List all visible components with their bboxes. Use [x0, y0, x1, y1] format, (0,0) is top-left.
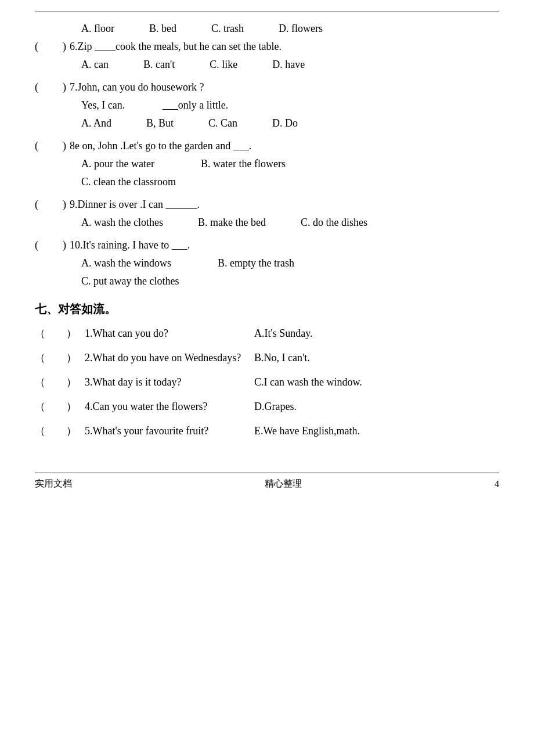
match-item-3: （ ） 3.What day is it today? C.I can wash…: [35, 375, 499, 389]
q9-opt-a: A. wash the clothes: [81, 217, 163, 229]
q7-answer-blank: [42, 81, 59, 93]
match-2-close: ）: [66, 351, 77, 365]
match-4-open: （: [35, 399, 45, 413]
question-7: ( ) 7.John, can you do housework ? Yes, …: [35, 81, 499, 129]
match-4-answer: D.Grapes.: [254, 401, 297, 413]
q9-answer-blank: [42, 199, 59, 211]
q9-opt-c: C. do the dishes: [301, 217, 367, 229]
q7-text: 7.John, can you do housework ?: [70, 81, 204, 93]
q8-close-paren: ): [63, 140, 66, 152]
q6-options: A. can B. can't C. like D. have: [81, 59, 499, 71]
q6-line: ( ) 6.Zip ____cook the meals, but he can…: [35, 41, 499, 53]
match-1-open: （: [35, 326, 45, 340]
match-3-blank: [48, 376, 64, 388]
match-2-open: （: [35, 351, 45, 365]
match-1-close: ）: [66, 326, 77, 340]
match-5-left: （ ） 5.What's your favourite fruit?: [35, 424, 250, 438]
question-8: ( ) 8e on, John .Let's go to the garden …: [35, 140, 499, 188]
q7-opt-d: D. Do: [272, 117, 298, 129]
q8-options: A. pour the water B. water the flowers C…: [81, 158, 499, 188]
option-b-bed: B. bed: [149, 23, 176, 35]
q6-answer-blank: [42, 41, 59, 53]
q7-blank-prefix: ___only a little.: [163, 99, 228, 111]
page-footer: 实用文档 精心整理 4: [35, 473, 499, 490]
q8-opt-a: A. pour the water: [81, 158, 154, 170]
match-1-blank: [48, 327, 64, 340]
q6-opt-c: C. like: [210, 59, 237, 71]
q8-answer-blank: [42, 140, 59, 152]
match-5-question: 5.What's your favourite fruit?: [85, 425, 208, 437]
q10-close-paren: ): [63, 239, 66, 251]
q6-opt-b: B. can't: [143, 59, 175, 71]
match-4-question: 4.Can you water the flowers?: [85, 401, 207, 413]
q6-opt-a: A. can: [81, 59, 109, 71]
q7-subtext: Yes, I can. ___only a little.: [81, 99, 499, 111]
match-5-blank: [48, 425, 64, 437]
option-c-trash: C. trash: [211, 23, 244, 35]
q10-opts-row2: C. put away the clothes: [81, 275, 499, 287]
match-3-left: （ ） 3.What day is it today?: [35, 375, 250, 389]
match-4-left: （ ） 4.Can you water the flowers?: [35, 399, 250, 413]
match-2-question: 2.What do you have on Wednesdays?: [85, 352, 241, 364]
q10-opt-c: C. put away the clothes: [81, 275, 179, 287]
q8-opts-row1: A. pour the water B. water the flowers: [81, 158, 499, 170]
match-4-close: ）: [66, 399, 77, 413]
match-3-open: （: [35, 375, 45, 389]
q9-options: A. wash the clothes B. make the bed C. d…: [81, 217, 499, 229]
q8-opts-row2: C. clean the classroom: [81, 176, 499, 188]
footer-left: 实用文档: [35, 478, 72, 490]
match-section: （ ） 1.What can you do? A.It's Sunday. （ …: [35, 326, 499, 438]
q7-opt-a: A. And: [81, 117, 111, 129]
q7-options: A. And B, But C. Can D. Do: [81, 117, 499, 129]
footer-page-number: 4: [495, 479, 499, 489]
match-2-answer: B.No, I can't.: [254, 352, 310, 364]
q6-opt-d: D. have: [272, 59, 305, 71]
option-d-flowers: D. flowers: [279, 23, 323, 35]
q8-opt-b: B. water the flowers: [201, 158, 286, 170]
q9-close-paren: ): [63, 199, 66, 211]
q8-line: ( ) 8e on, John .Let's go to the garden …: [35, 140, 499, 152]
option-a-floor: A. floor: [81, 23, 114, 35]
q9-opt-b: B. make the bed: [198, 217, 266, 229]
match-3-question: 3.What day is it today?: [85, 376, 181, 388]
q5-options-row: A. floor B. bed C. trash D. flowers: [81, 23, 499, 35]
match-item-5: （ ） 5.What's your favourite fruit? E.We …: [35, 424, 499, 438]
match-5-close: ）: [66, 424, 77, 438]
match-5-answer: E.We have English,math.: [254, 425, 360, 437]
q7-opt-c: C. Can: [208, 117, 237, 129]
match-2-left: （ ） 2.What do you have on Wednesdays?: [35, 351, 250, 365]
q10-opts-row1: A. wash the windows B. empty the trash: [81, 257, 499, 269]
q10-options: A. wash the windows B. empty the trash C…: [81, 257, 499, 287]
q9-line: ( ) 9.Dinner is over .I can ______.: [35, 199, 499, 211]
q6-open-paren: (: [35, 41, 38, 53]
q10-opt-b: B. empty the trash: [218, 257, 294, 269]
match-item-4: （ ） 4.Can you water the flowers? D.Grape…: [35, 399, 499, 413]
section-seven-title: 七、对答如流。: [35, 301, 499, 317]
match-item-2: （ ） 2.What do you have on Wednesdays? B.…: [35, 351, 499, 365]
question-6: ( ) 6.Zip ____cook the meals, but he can…: [35, 41, 499, 71]
match-3-close: ）: [66, 375, 77, 389]
q10-opt-a: A. wash the windows: [81, 257, 171, 269]
match-1-left: （ ） 1.What can you do?: [35, 326, 250, 340]
q9-text: 9.Dinner is over .I can ______.: [70, 199, 200, 211]
q8-text: 8e on, John .Let's go to the garden and …: [70, 140, 251, 152]
q10-open-paren: (: [35, 239, 38, 251]
q8-open-paren: (: [35, 140, 38, 152]
question-10: ( ) 10.It's raining. I have to ___. A. w…: [35, 239, 499, 287]
q10-line: ( ) 10.It's raining. I have to ___.: [35, 239, 499, 251]
match-1-answer: A.It's Sunday.: [254, 327, 313, 340]
match-3-answer: C.I can wash the window.: [254, 376, 362, 388]
match-2-blank: [48, 352, 64, 364]
footer-center: 精心整理: [265, 478, 302, 490]
q7-opt-b: B, But: [146, 117, 174, 129]
q7-yes-ican: Yes, I can.: [81, 99, 125, 111]
q7-line: ( ) 7.John, can you do housework ?: [35, 81, 499, 93]
q8-opt-c: C. clean the classroom: [81, 176, 176, 188]
top-divider: [35, 12, 499, 12]
match-4-blank: [48, 401, 64, 413]
match-item-1: （ ） 1.What can you do? A.It's Sunday.: [35, 326, 499, 340]
q10-text: 10.It's raining. I have to ___.: [70, 239, 190, 251]
q6-close-paren: ): [63, 41, 66, 53]
q6-text: 6.Zip ____cook the meals, but he can set…: [70, 41, 282, 53]
q10-answer-blank: [42, 239, 59, 251]
